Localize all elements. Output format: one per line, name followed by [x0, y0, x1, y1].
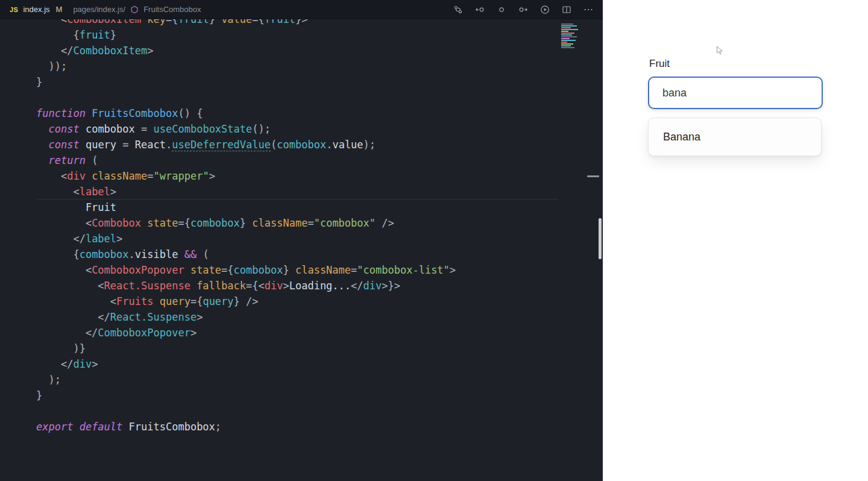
code-token: div — [67, 170, 86, 182]
git-compare-icon[interactable] — [452, 4, 464, 16]
code-token — [36, 139, 48, 151]
code-token: ={ — [178, 217, 190, 229]
code-token: const — [48, 139, 85, 151]
code-token: React — [135, 139, 166, 151]
fruit-combobox-input[interactable] — [648, 77, 823, 109]
code-line[interactable]: <div className="wrapper"> — [36, 168, 558, 184]
combobox-popover: Banana — [648, 118, 822, 156]
code-line[interactable]: const combobox = useComboboxState(); — [36, 121, 558, 137]
code-line[interactable]: </React.Suspense> — [36, 309, 558, 325]
code-token: = — [147, 170, 153, 182]
code-token: useDeferredValue — [172, 139, 271, 151]
code-token: . — [326, 139, 332, 151]
code-line[interactable]: return ( — [36, 152, 558, 168]
code-line[interactable]: ); — [36, 372, 558, 388]
breadcrumb-path[interactable]: pages/index.js/ — [73, 5, 125, 14]
code-token: </ — [36, 358, 73, 370]
code-line[interactable]: </label> — [36, 231, 558, 247]
code-token: { — [36, 248, 80, 260]
code-token: div — [363, 280, 382, 292]
code-token: Fruits — [116, 295, 153, 307]
code-token: fallback — [190, 280, 246, 292]
code-token: ( — [203, 248, 209, 260]
more-actions-icon[interactable]: ⋯ — [582, 4, 594, 16]
code-token: return — [48, 154, 85, 166]
code-line[interactable]: </ComboboxItem> — [36, 43, 558, 58]
code-token: } /> — [234, 295, 259, 307]
git-modified-badge: M — [56, 5, 63, 14]
code-token: label — [80, 186, 110, 198]
code-token: default — [80, 421, 129, 433]
code-line[interactable]: <Fruits query={query} /> — [36, 294, 558, 309]
code-token: < — [36, 264, 92, 276]
code-line[interactable]: )); — [36, 58, 558, 74]
code-line[interactable]: )} — [36, 341, 558, 356]
vscode-window: JS index.js M pages/index.js/ FruitsComb… — [0, 0, 868, 481]
code-token: < — [36, 280, 104, 292]
code-token: </ — [36, 311, 110, 323]
change-indicator-icon[interactable] — [495, 4, 508, 16]
code-line[interactable]: } — [36, 388, 558, 403]
code-token: React.Suspense — [110, 311, 197, 323]
code-line[interactable]: export default FruitsCombobox; — [36, 419, 558, 435]
code-token: Loading... — [289, 280, 351, 292]
code-token: < — [36, 186, 80, 198]
code-token: > — [147, 45, 153, 57]
code-token: = — [307, 217, 313, 229]
code-line[interactable]: } — [36, 74, 558, 90]
code-line[interactable]: </div> — [36, 356, 558, 372]
code-line[interactable]: <Combobox state={combobox} className="co… — [36, 215, 558, 231]
code-token: >}> — [382, 280, 400, 292]
minimap[interactable] — [561, 23, 580, 49]
code-token: fruit — [80, 29, 110, 41]
code-token: > — [92, 358, 98, 370]
symbol-hexagon-icon — [130, 5, 139, 14]
code-line[interactable]: Fruit — [36, 200, 558, 215]
code-lines[interactable]: <ComboboxItem key={fruit} value={fruit}>… — [36, 11, 558, 435]
code-token: export — [36, 421, 80, 433]
code-token: </ — [36, 327, 98, 339]
code-token: state — [184, 264, 221, 276]
code-token: "combobox-list" — [357, 264, 450, 276]
editor-pane: JS index.js M pages/index.js/ FruitsComb… — [0, 0, 603, 481]
code-token: < — [36, 170, 67, 182]
code-token: > — [190, 327, 197, 339]
code-line[interactable] — [36, 403, 558, 419]
code-token: ={ — [221, 264, 233, 276]
code-token: < — [36, 217, 92, 229]
code-token: combobox — [80, 248, 129, 260]
next-change-icon[interactable] — [517, 4, 529, 16]
code-token: = — [135, 123, 154, 135]
breadcrumb-symbol[interactable]: FruitsCombobox — [143, 5, 201, 14]
code-token: combobox — [234, 264, 283, 276]
code-line[interactable]: {combobox.visible && ( — [36, 247, 558, 262]
code-line[interactable] — [36, 90, 558, 105]
tab-filename[interactable]: index.js — [23, 5, 49, 14]
code-line[interactable]: <ComboboxPopover state={combobox} classN… — [36, 262, 558, 278]
combobox-option[interactable]: Banana — [649, 123, 821, 151]
breadcrumb: JS index.js M pages/index.js/ FruitsComb… — [10, 5, 201, 14]
fruit-label: Fruit — [649, 58, 670, 70]
code-line[interactable]: {fruit} — [36, 27, 558, 43]
code-token: ( — [271, 139, 277, 151]
code-token: . — [166, 139, 172, 151]
code-token: combobox — [86, 123, 135, 135]
code-token: } — [240, 217, 246, 229]
code-token: function — [36, 107, 92, 119]
run-icon[interactable] — [539, 4, 551, 16]
code-token: className — [246, 217, 307, 229]
code-line[interactable]: </ComboboxPopover> — [36, 325, 558, 341]
code-token: () { — [178, 107, 203, 119]
code-line[interactable]: const query = React.useDeferredValue(com… — [36, 137, 558, 152]
code-token: > — [283, 280, 289, 292]
code-line[interactable]: function FruitsCombobox() { — [36, 105, 558, 121]
code-line[interactable]: <label> — [36, 184, 558, 200]
code-line[interactable]: <React.Suspense fallback={<div>Loading..… — [36, 278, 558, 294]
split-editor-icon[interactable] — [561, 4, 573, 16]
code-token: (); — [252, 123, 271, 135]
previous-change-icon[interactable] — [474, 4, 486, 16]
javascript-file-icon: JS — [10, 6, 18, 13]
code-token: React.Suspense — [104, 280, 190, 292]
editor-scrollbar[interactable] — [599, 218, 602, 259]
code-token: ; — [215, 421, 221, 433]
